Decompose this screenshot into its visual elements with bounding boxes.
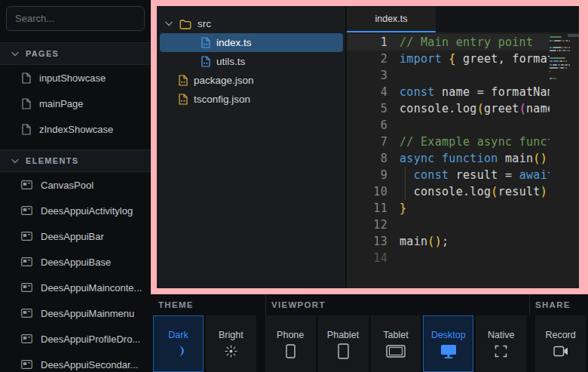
code-area[interactable]: 1// Main entry point2import { greet, for… [347, 34, 550, 288]
line-number: 6 [347, 117, 387, 134]
sidebar-item-deesappuiactivitylog[interactable]: DeesAppuiActivitylog [0, 198, 151, 223]
tree-item-label: src [198, 18, 211, 29]
line-number: 10 [347, 183, 387, 200]
component-icon [21, 334, 32, 343]
toolbar-button-dark[interactable]: Dark [153, 315, 204, 372]
toolbar-button-label: Phablet [327, 330, 359, 340]
tree-item-utils-ts[interactable]: utils.ts [160, 52, 343, 71]
component-icon [21, 206, 32, 215]
sidebar-item-canvaspool[interactable]: CanvasPool [0, 172, 151, 198]
minimap-line [550, 50, 570, 51]
minimap-line [550, 71, 570, 72]
toolbar-button-bright[interactable]: Bright [206, 315, 256, 372]
search-box [6, 6, 145, 31]
sun-icon [225, 345, 237, 358]
line-number: 3 [347, 67, 387, 84]
minimap-line [550, 60, 570, 62]
toolbar-section-label-viewport: VIEWPORT [271, 300, 326, 309]
line-text [387, 117, 550, 134]
editor-body: 1// Main entry point2import { greet, for… [347, 32, 579, 288]
tab-index-ts[interactable]: index.ts [347, 6, 436, 32]
line-text: // Main entry point [387, 34, 550, 51]
toolbar-buttons: DarkBrightPhonePhabletTabletDesktopNativ… [151, 315, 588, 372]
line-text: async function main() { [387, 150, 550, 167]
ts-file-icon [201, 37, 210, 48]
sidebar-item-deesappuimainconte[interactable]: DeesAppuiMainconte... [0, 275, 151, 300]
component-icon [21, 283, 32, 292]
line-text: } [387, 200, 550, 217]
sidebar-item-deesappuimainmenu[interactable]: DeesAppuiMainmenu [0, 300, 151, 326]
tree-item-label: utils.ts [216, 56, 245, 67]
scrollbar-thumb[interactable] [568, 34, 579, 37]
tree-item-package-json[interactable]: package.json [160, 71, 343, 90]
editor-scrollbar[interactable] [570, 34, 579, 288]
tree-item-tsconfig-json[interactable]: tsconfig.json [160, 90, 343, 109]
page-icon [21, 72, 31, 84]
toolbar-button-desktop[interactable]: Desktop [423, 315, 473, 372]
tab-label: index.ts [375, 14, 407, 24]
minimap-line [550, 64, 570, 66]
sidebar-section-elements: ELEMENTSCanvasPoolDeesAppuiActivitylogDe… [0, 149, 151, 372]
toolbar-button-label: Tablet [383, 330, 408, 340]
toolbar-button-label: Phone [277, 330, 304, 340]
tree-item-src[interactable]: src [160, 14, 343, 33]
toolbar-button-phablet[interactable]: Phablet [318, 315, 369, 372]
sidebar-item-inputshowcase[interactable]: inputShowcase [0, 65, 151, 91]
sidebar-item-label: CanvasPool [41, 180, 93, 191]
editor-tabbar: index.ts [347, 6, 579, 32]
minimap[interactable] [550, 34, 570, 288]
code-line-14: 14 [347, 250, 550, 266]
toolbar-button-native[interactable]: Native [476, 315, 526, 372]
sidebar-item-zindexshowcase[interactable]: zIndexShowcase [0, 116, 151, 142]
sidebar-item-label: zIndexShowcase [39, 124, 113, 135]
line-text: console.log(result); [387, 183, 550, 200]
group-gap [259, 315, 265, 372]
ts-file-icon [201, 56, 210, 67]
toolbar-button-record[interactable]: Record [535, 315, 586, 372]
code-editor: index.ts 1// Main entry point2import { g… [347, 6, 579, 288]
toolbar-button-label: Record [545, 330, 575, 340]
line-text: const result = await greet(name); [387, 167, 550, 183]
component-icon [21, 360, 32, 369]
file-tree: srcindex.tsutils.tspackage.jsontsconfig.… [157, 6, 347, 288]
line-number: 2 [347, 51, 387, 67]
section-header-elements[interactable]: ELEMENTS [0, 149, 151, 172]
sidebar-item-mainpage[interactable]: mainPage [0, 91, 151, 116]
group-gap [528, 315, 535, 372]
code-line-7: 7// Example async function [347, 134, 550, 150]
sidebar-item-label: DeesAppuiActivitylog [41, 205, 133, 217]
line-text [387, 217, 550, 233]
minimap-line [550, 67, 570, 69]
toolbar-button-phone[interactable]: Phone [265, 315, 316, 372]
tree-item-label: index.ts [216, 37, 252, 48]
minimap-line [550, 43, 570, 45]
sidebar-item-deesappuibar[interactable]: DeesAppuiBar [0, 223, 151, 249]
section-header-pages[interactable]: PAGES [0, 42, 151, 65]
toolbar-button-tablet[interactable]: Tablet [371, 315, 421, 372]
sidebar-item-deesappuibase[interactable]: DeesAppuiBase [0, 249, 151, 275]
sidebar-item-deesappuisecondar[interactable]: DeesAppuiSecondar... [0, 352, 151, 372]
desktop-icon [440, 345, 457, 358]
phone-icon [286, 345, 296, 358]
sidebar-item-label: inputShowcase [39, 72, 106, 84]
sidebar-item-label: DeesAppuiBar [41, 231, 104, 242]
line-text: main(); [387, 233, 550, 250]
tree-item-index-ts[interactable]: index.ts [160, 33, 343, 52]
minimap-line [550, 57, 570, 59]
sidebar-item-deesappuiprofiledro[interactable]: DeesAppuiProfileDro... [0, 326, 151, 352]
section-divider [529, 294, 530, 315]
code-line-9: 9 const result = await greet(name); [347, 167, 550, 183]
code-line-12: 12 [347, 217, 550, 233]
search-input[interactable] [7, 13, 156, 24]
section-label: ELEMENTS [26, 156, 78, 165]
section-label: PAGES [26, 49, 59, 58]
code-line-11: 11} [347, 200, 550, 217]
sidebar-item-label: DeesAppuiMainmenu [41, 308, 134, 319]
minimap-line [550, 47, 570, 48]
chevron-down-icon [11, 158, 19, 164]
line-number: 8 [347, 150, 387, 167]
toolbar-button-label: Native [488, 330, 514, 340]
record-icon [553, 345, 568, 358]
folder-icon [179, 19, 191, 29]
sidebar-item-label: DeesAppuiBase [41, 257, 111, 268]
